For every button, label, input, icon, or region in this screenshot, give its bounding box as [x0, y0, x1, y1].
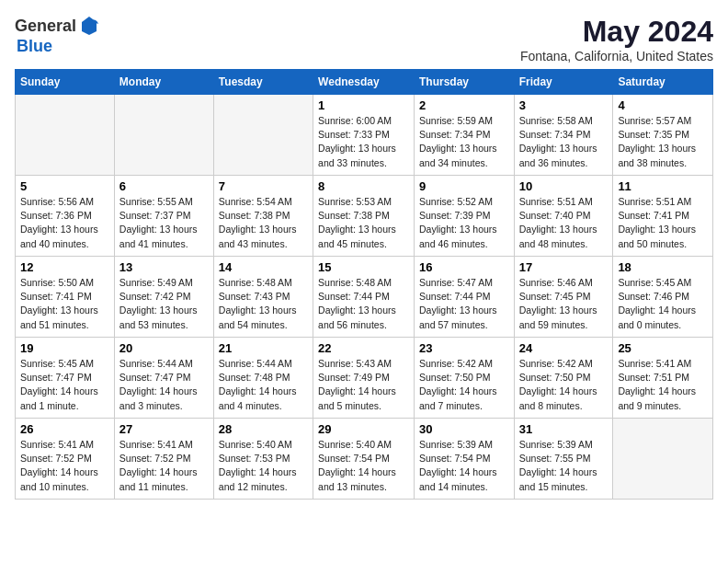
- day-number: 29: [318, 422, 409, 436]
- day-info: Sunrise: 5:54 AMSunset: 7:38 PMDaylight:…: [219, 195, 308, 251]
- day-info: Sunrise: 5:49 AMSunset: 7:42 PMDaylight:…: [119, 276, 209, 332]
- day-cell: [613, 419, 713, 500]
- logo: General Blue: [15, 15, 100, 56]
- day-cell: 27Sunrise: 5:41 AMSunset: 7:52 PMDayligh…: [114, 419, 213, 500]
- day-info: Sunrise: 5:41 AMSunset: 7:51 PMDaylight:…: [618, 357, 708, 413]
- col-header-saturday: Saturday: [613, 70, 713, 95]
- day-number: 8: [318, 179, 409, 193]
- day-info: Sunrise: 5:43 AMSunset: 7:49 PMDaylight:…: [318, 357, 409, 413]
- day-number: 17: [519, 260, 609, 274]
- col-header-wednesday: Wednesday: [313, 70, 415, 95]
- day-cell: [16, 95, 115, 176]
- col-header-sunday: Sunday: [16, 70, 115, 95]
- week-row-2: 5Sunrise: 5:56 AMSunset: 7:36 PMDaylight…: [16, 176, 713, 257]
- day-number: 25: [618, 341, 708, 355]
- day-info: Sunrise: 6:00 AMSunset: 7:33 PMDaylight:…: [318, 114, 409, 170]
- day-cell: 23Sunrise: 5:42 AMSunset: 7:50 PMDayligh…: [414, 338, 514, 419]
- day-number: 15: [318, 260, 409, 274]
- day-cell: 12Sunrise: 5:50 AMSunset: 7:41 PMDayligh…: [16, 257, 115, 338]
- day-cell: 24Sunrise: 5:42 AMSunset: 7:50 PMDayligh…: [514, 338, 613, 419]
- day-number: 27: [119, 422, 209, 436]
- day-info: Sunrise: 5:39 AMSunset: 7:55 PMDaylight:…: [519, 438, 609, 494]
- day-number: 14: [219, 260, 308, 274]
- day-cell: 14Sunrise: 5:48 AMSunset: 7:43 PMDayligh…: [213, 257, 313, 338]
- day-info: Sunrise: 5:59 AMSunset: 7:34 PMDaylight:…: [419, 114, 509, 170]
- day-cell: 16Sunrise: 5:47 AMSunset: 7:44 PMDayligh…: [414, 257, 514, 338]
- day-number: 18: [618, 260, 708, 274]
- day-info: Sunrise: 5:55 AMSunset: 7:37 PMDaylight:…: [119, 195, 209, 251]
- day-info: Sunrise: 5:51 AMSunset: 7:41 PMDaylight:…: [618, 195, 708, 251]
- day-cell: 20Sunrise: 5:44 AMSunset: 7:47 PMDayligh…: [114, 338, 213, 419]
- logo-blue: Blue: [17, 37, 52, 55]
- day-cell: 21Sunrise: 5:44 AMSunset: 7:48 PMDayligh…: [213, 338, 313, 419]
- day-number: 16: [419, 260, 509, 274]
- day-cell: 1Sunrise: 6:00 AMSunset: 7:33 PMDaylight…: [313, 95, 415, 176]
- day-cell: 30Sunrise: 5:39 AMSunset: 7:54 PMDayligh…: [414, 419, 514, 500]
- day-number: 7: [219, 179, 308, 193]
- day-info: Sunrise: 5:57 AMSunset: 7:35 PMDaylight:…: [618, 114, 708, 170]
- day-cell: 5Sunrise: 5:56 AMSunset: 7:36 PMDaylight…: [16, 176, 115, 257]
- day-info: Sunrise: 5:44 AMSunset: 7:47 PMDaylight:…: [119, 357, 209, 413]
- day-cell: 6Sunrise: 5:55 AMSunset: 7:37 PMDaylight…: [114, 176, 213, 257]
- day-cell: 26Sunrise: 5:41 AMSunset: 7:52 PMDayligh…: [16, 419, 115, 500]
- col-header-friday: Friday: [514, 70, 613, 95]
- day-cell: 17Sunrise: 5:46 AMSunset: 7:45 PMDayligh…: [514, 257, 613, 338]
- day-cell: 29Sunrise: 5:40 AMSunset: 7:54 PMDayligh…: [313, 419, 415, 500]
- day-cell: 19Sunrise: 5:45 AMSunset: 7:47 PMDayligh…: [16, 338, 115, 419]
- day-cell: 28Sunrise: 5:40 AMSunset: 7:53 PMDayligh…: [213, 419, 313, 500]
- day-number: 19: [20, 341, 109, 355]
- day-info: Sunrise: 5:51 AMSunset: 7:40 PMDaylight:…: [519, 195, 609, 251]
- day-cell: 7Sunrise: 5:54 AMSunset: 7:38 PMDaylight…: [213, 176, 313, 257]
- day-cell: 2Sunrise: 5:59 AMSunset: 7:34 PMDaylight…: [414, 95, 514, 176]
- location: Fontana, California, United States: [520, 49, 713, 63]
- day-info: Sunrise: 5:48 AMSunset: 7:43 PMDaylight:…: [219, 276, 308, 332]
- month-title: May 2024: [520, 15, 713, 49]
- day-info: Sunrise: 5:45 AMSunset: 7:46 PMDaylight:…: [618, 276, 708, 332]
- week-row-5: 26Sunrise: 5:41 AMSunset: 7:52 PMDayligh…: [16, 419, 713, 500]
- day-number: 3: [519, 98, 609, 112]
- day-number: 31: [519, 422, 609, 436]
- day-info: Sunrise: 5:45 AMSunset: 7:47 PMDaylight:…: [20, 357, 109, 413]
- day-number: 2: [419, 98, 509, 112]
- week-row-3: 12Sunrise: 5:50 AMSunset: 7:41 PMDayligh…: [16, 257, 713, 338]
- header-row: SundayMondayTuesdayWednesdayThursdayFrid…: [16, 70, 713, 95]
- day-number: 20: [119, 341, 209, 355]
- day-number: 4: [618, 98, 708, 112]
- title-section: May 2024 Fontana, California, United Sta…: [520, 15, 713, 63]
- day-info: Sunrise: 5:53 AMSunset: 7:38 PMDaylight:…: [318, 195, 409, 251]
- day-info: Sunrise: 5:46 AMSunset: 7:45 PMDaylight:…: [519, 276, 609, 332]
- day-info: Sunrise: 5:42 AMSunset: 7:50 PMDaylight:…: [519, 357, 609, 413]
- day-info: Sunrise: 5:56 AMSunset: 7:36 PMDaylight:…: [20, 195, 109, 251]
- day-cell: 31Sunrise: 5:39 AMSunset: 7:55 PMDayligh…: [514, 419, 613, 500]
- day-number: 30: [419, 422, 509, 436]
- day-info: Sunrise: 5:52 AMSunset: 7:39 PMDaylight:…: [419, 195, 509, 251]
- day-cell: 18Sunrise: 5:45 AMSunset: 7:46 PMDayligh…: [613, 257, 713, 338]
- day-info: Sunrise: 5:50 AMSunset: 7:41 PMDaylight:…: [20, 276, 109, 332]
- day-cell: 4Sunrise: 5:57 AMSunset: 7:35 PMDaylight…: [613, 95, 713, 176]
- day-number: 5: [20, 179, 109, 193]
- day-number: 22: [318, 341, 409, 355]
- day-info: Sunrise: 5:40 AMSunset: 7:53 PMDaylight:…: [219, 438, 308, 494]
- day-number: 21: [219, 341, 308, 355]
- logo-general: General: [15, 17, 76, 36]
- day-number: 6: [119, 179, 209, 193]
- day-info: Sunrise: 5:41 AMSunset: 7:52 PMDaylight:…: [20, 438, 109, 494]
- day-number: 11: [618, 179, 708, 193]
- day-info: Sunrise: 5:48 AMSunset: 7:44 PMDaylight:…: [318, 276, 409, 332]
- day-cell: 22Sunrise: 5:43 AMSunset: 7:49 PMDayligh…: [313, 338, 415, 419]
- day-cell: 9Sunrise: 5:52 AMSunset: 7:39 PMDaylight…: [414, 176, 514, 257]
- calendar-table: SundayMondayTuesdayWednesdayThursdayFrid…: [15, 69, 713, 500]
- week-row-4: 19Sunrise: 5:45 AMSunset: 7:47 PMDayligh…: [16, 338, 713, 419]
- day-number: 9: [419, 179, 509, 193]
- day-number: 10: [519, 179, 609, 193]
- day-cell: [213, 95, 313, 176]
- day-info: Sunrise: 5:44 AMSunset: 7:48 PMDaylight:…: [219, 357, 308, 413]
- week-row-1: 1Sunrise: 6:00 AMSunset: 7:33 PMDaylight…: [16, 95, 713, 176]
- col-header-tuesday: Tuesday: [213, 70, 313, 95]
- day-cell: [114, 95, 213, 176]
- day-cell: 3Sunrise: 5:58 AMSunset: 7:34 PMDaylight…: [514, 95, 613, 176]
- day-info: Sunrise: 5:39 AMSunset: 7:54 PMDaylight:…: [419, 438, 509, 494]
- day-info: Sunrise: 5:47 AMSunset: 7:44 PMDaylight:…: [419, 276, 509, 332]
- day-info: Sunrise: 5:40 AMSunset: 7:54 PMDaylight:…: [318, 438, 409, 494]
- day-info: Sunrise: 5:41 AMSunset: 7:52 PMDaylight:…: [119, 438, 209, 494]
